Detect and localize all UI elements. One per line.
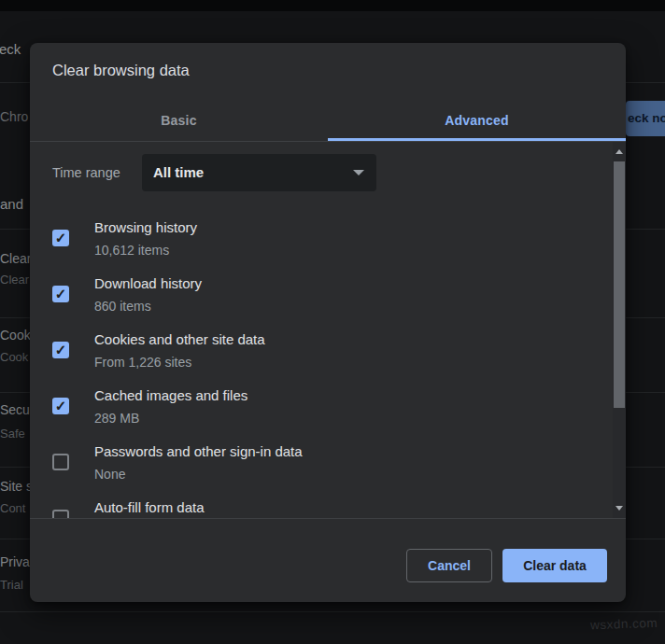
- checkbox[interactable]: ✓: [52, 398, 69, 414]
- list-item-label: Browsing history: [94, 219, 197, 235]
- tab-basic[interactable]: Basic: [30, 99, 328, 141]
- check-now-button-partial: eck no: [626, 101, 665, 136]
- checkmark-icon: ✓: [55, 286, 67, 301]
- bg-text-fragment: Priva: [0, 554, 30, 569]
- list-item-detail: From 1,226 sites: [94, 355, 191, 370]
- checkbox[interactable]: ✓: [52, 230, 69, 246]
- scrollbar-track[interactable]: [613, 142, 626, 518]
- data-type-list: ✓ Browsing history 10,612 items ✓ Downlo…: [30, 215, 613, 518]
- checkmark-icon: ✓: [55, 398, 67, 413]
- bg-text-fragment: Cont: [0, 501, 25, 515]
- list-item[interactable]: ✓ Cookies and other site data From 1,226…: [30, 327, 613, 383]
- bg-text-fragment: Site s: [0, 479, 33, 494]
- list-item-detail: 289 MB: [94, 411, 139, 426]
- list-item-label: Download history: [94, 275, 202, 291]
- list-item-label: Auto-fill form data: [94, 499, 205, 515]
- time-range-select[interactable]: All time: [142, 154, 376, 191]
- list-item-detail: None: [94, 467, 125, 482]
- scroll-down-arrow-icon[interactable]: [615, 506, 623, 511]
- bg-text-fragment: and: [0, 196, 23, 212]
- checkmark-icon: ✓: [55, 230, 67, 245]
- list-item[interactable]: ✓ Browsing history 10,612 items: [30, 215, 613, 271]
- time-range-value: All time: [153, 164, 204, 180]
- checkmark-icon: ✓: [55, 342, 67, 357]
- bg-text-fragment: Chro: [0, 109, 28, 124]
- cancel-button[interactable]: Cancel: [406, 549, 492, 582]
- list-item-detail: 860 items: [94, 299, 151, 314]
- clear-data-button[interactable]: Clear data: [502, 549, 607, 582]
- chevron-down-icon: [353, 170, 364, 175]
- checkbox[interactable]: [52, 510, 69, 518]
- scroll-up-arrow-icon[interactable]: [615, 149, 623, 154]
- list-item-label: Passwords and other sign-in data: [94, 443, 303, 459]
- bg-text-fragment: Cook: [0, 328, 31, 343]
- checkbox[interactable]: ✓: [52, 286, 69, 302]
- page-top-strip: [0, 0, 665, 11]
- list-item-label: Cookies and other site data: [94, 331, 265, 347]
- bg-text-fragment: Trial: [0, 578, 23, 592]
- list-item[interactable]: Passwords and other sign-in data None: [30, 439, 613, 495]
- dialog-footer: Cancel Clear data: [30, 518, 626, 602]
- scrollbar-thumb[interactable]: [614, 161, 625, 408]
- time-range-label: Time range: [52, 165, 120, 180]
- tab-advanced[interactable]: Advanced: [328, 99, 626, 141]
- bg-text-fragment: Clear: [0, 273, 29, 287]
- bg-text-fragment: Clear: [0, 251, 31, 266]
- active-tab-underline: [328, 138, 626, 141]
- list-item-detail: 10,612 items: [94, 243, 169, 258]
- checkbox[interactable]: [52, 454, 69, 470]
- bg-text-fragment: Safe: [0, 427, 25, 441]
- bg-text-fragment: Cook: [0, 350, 28, 364]
- list-item[interactable]: ✓ Download history 860 items: [30, 271, 613, 327]
- tab-strip: Basic Advanced: [30, 99, 626, 142]
- list-item[interactable]: Auto-fill form data: [30, 495, 613, 518]
- section-divider: [0, 611, 665, 612]
- watermark-text: wsxdn.com: [590, 616, 658, 633]
- dialog-title: Clear browsing data: [52, 62, 190, 79]
- bg-text-fragment: Secu: [0, 402, 30, 417]
- clear-browsing-data-dialog: Clear browsing data Basic Advanced Time …: [30, 43, 626, 602]
- checkbox[interactable]: ✓: [52, 342, 69, 358]
- bg-text-fragment: eck: [0, 41, 21, 57]
- list-item-label: Cached images and files: [94, 387, 248, 403]
- dialog-scroll-area: Time range All time ✓ Browsing history 1…: [30, 142, 626, 518]
- list-item[interactable]: ✓ Cached images and files 289 MB: [30, 383, 613, 439]
